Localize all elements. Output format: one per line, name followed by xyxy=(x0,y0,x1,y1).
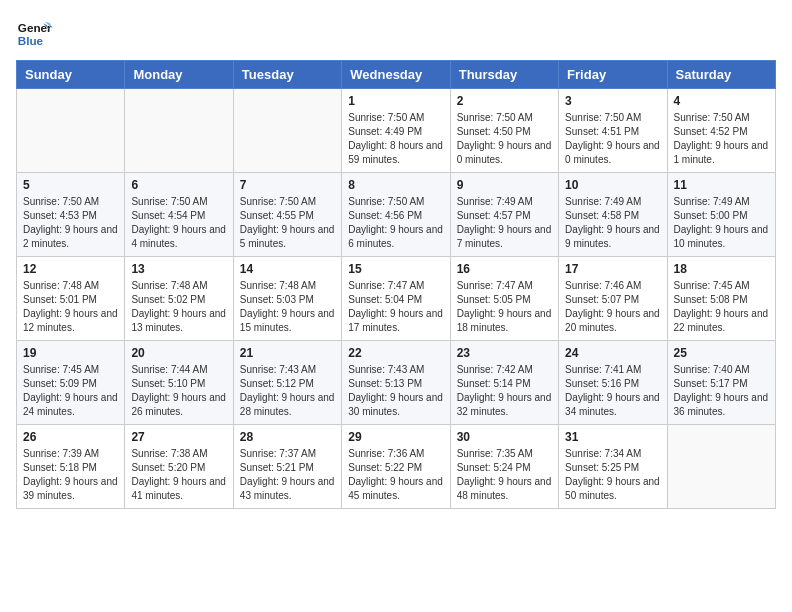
calendar-cell: 6Sunrise: 7:50 AM Sunset: 4:54 PM Daylig… xyxy=(125,173,233,257)
day-info: Sunrise: 7:50 AM Sunset: 4:52 PM Dayligh… xyxy=(674,111,769,167)
calendar-cell: 14Sunrise: 7:48 AM Sunset: 5:03 PM Dayli… xyxy=(233,257,341,341)
day-number: 29 xyxy=(348,430,443,444)
weekday-header: Monday xyxy=(125,61,233,89)
day-number: 13 xyxy=(131,262,226,276)
day-number: 7 xyxy=(240,178,335,192)
calendar-cell: 26Sunrise: 7:39 AM Sunset: 5:18 PM Dayli… xyxy=(17,425,125,509)
calendar-cell: 24Sunrise: 7:41 AM Sunset: 5:16 PM Dayli… xyxy=(559,341,667,425)
day-number: 9 xyxy=(457,178,552,192)
day-number: 18 xyxy=(674,262,769,276)
calendar-cell: 25Sunrise: 7:40 AM Sunset: 5:17 PM Dayli… xyxy=(667,341,775,425)
day-info: Sunrise: 7:40 AM Sunset: 5:17 PM Dayligh… xyxy=(674,363,769,419)
day-info: Sunrise: 7:50 AM Sunset: 4:53 PM Dayligh… xyxy=(23,195,118,251)
day-info: Sunrise: 7:48 AM Sunset: 5:03 PM Dayligh… xyxy=(240,279,335,335)
day-number: 10 xyxy=(565,178,660,192)
logo-icon: General Blue xyxy=(16,16,52,52)
day-info: Sunrise: 7:49 AM Sunset: 4:58 PM Dayligh… xyxy=(565,195,660,251)
day-number: 3 xyxy=(565,94,660,108)
weekday-header-row: SundayMondayTuesdayWednesdayThursdayFrid… xyxy=(17,61,776,89)
weekday-header: Sunday xyxy=(17,61,125,89)
day-info: Sunrise: 7:48 AM Sunset: 5:01 PM Dayligh… xyxy=(23,279,118,335)
day-info: Sunrise: 7:41 AM Sunset: 5:16 PM Dayligh… xyxy=(565,363,660,419)
day-number: 11 xyxy=(674,178,769,192)
day-info: Sunrise: 7:46 AM Sunset: 5:07 PM Dayligh… xyxy=(565,279,660,335)
day-number: 1 xyxy=(348,94,443,108)
day-number: 22 xyxy=(348,346,443,360)
calendar-cell: 28Sunrise: 7:37 AM Sunset: 5:21 PM Dayli… xyxy=(233,425,341,509)
calendar-cell: 19Sunrise: 7:45 AM Sunset: 5:09 PM Dayli… xyxy=(17,341,125,425)
day-info: Sunrise: 7:47 AM Sunset: 5:05 PM Dayligh… xyxy=(457,279,552,335)
day-number: 21 xyxy=(240,346,335,360)
day-info: Sunrise: 7:47 AM Sunset: 5:04 PM Dayligh… xyxy=(348,279,443,335)
day-number: 15 xyxy=(348,262,443,276)
calendar-week-row: 5Sunrise: 7:50 AM Sunset: 4:53 PM Daylig… xyxy=(17,173,776,257)
calendar-table: SundayMondayTuesdayWednesdayThursdayFrid… xyxy=(16,60,776,509)
day-info: Sunrise: 7:43 AM Sunset: 5:13 PM Dayligh… xyxy=(348,363,443,419)
calendar-cell: 9Sunrise: 7:49 AM Sunset: 4:57 PM Daylig… xyxy=(450,173,558,257)
day-number: 30 xyxy=(457,430,552,444)
calendar-cell: 27Sunrise: 7:38 AM Sunset: 5:20 PM Dayli… xyxy=(125,425,233,509)
day-number: 16 xyxy=(457,262,552,276)
calendar-cell: 22Sunrise: 7:43 AM Sunset: 5:13 PM Dayli… xyxy=(342,341,450,425)
weekday-header: Thursday xyxy=(450,61,558,89)
day-number: 8 xyxy=(348,178,443,192)
day-number: 5 xyxy=(23,178,118,192)
calendar-week-row: 12Sunrise: 7:48 AM Sunset: 5:01 PM Dayli… xyxy=(17,257,776,341)
calendar-cell xyxy=(125,89,233,173)
svg-text:Blue: Blue xyxy=(18,34,44,47)
calendar-cell: 18Sunrise: 7:45 AM Sunset: 5:08 PM Dayli… xyxy=(667,257,775,341)
day-info: Sunrise: 7:50 AM Sunset: 4:49 PM Dayligh… xyxy=(348,111,443,167)
day-info: Sunrise: 7:42 AM Sunset: 5:14 PM Dayligh… xyxy=(457,363,552,419)
day-number: 25 xyxy=(674,346,769,360)
calendar-cell: 30Sunrise: 7:35 AM Sunset: 5:24 PM Dayli… xyxy=(450,425,558,509)
day-number: 20 xyxy=(131,346,226,360)
calendar-cell: 7Sunrise: 7:50 AM Sunset: 4:55 PM Daylig… xyxy=(233,173,341,257)
calendar-cell xyxy=(233,89,341,173)
day-info: Sunrise: 7:50 AM Sunset: 4:50 PM Dayligh… xyxy=(457,111,552,167)
day-info: Sunrise: 7:43 AM Sunset: 5:12 PM Dayligh… xyxy=(240,363,335,419)
day-info: Sunrise: 7:44 AM Sunset: 5:10 PM Dayligh… xyxy=(131,363,226,419)
calendar-cell: 17Sunrise: 7:46 AM Sunset: 5:07 PM Dayli… xyxy=(559,257,667,341)
calendar-cell xyxy=(667,425,775,509)
day-info: Sunrise: 7:50 AM Sunset: 4:51 PM Dayligh… xyxy=(565,111,660,167)
calendar-cell: 4Sunrise: 7:50 AM Sunset: 4:52 PM Daylig… xyxy=(667,89,775,173)
day-info: Sunrise: 7:39 AM Sunset: 5:18 PM Dayligh… xyxy=(23,447,118,503)
day-number: 28 xyxy=(240,430,335,444)
day-number: 19 xyxy=(23,346,118,360)
day-info: Sunrise: 7:49 AM Sunset: 4:57 PM Dayligh… xyxy=(457,195,552,251)
day-number: 31 xyxy=(565,430,660,444)
day-number: 17 xyxy=(565,262,660,276)
weekday-header: Tuesday xyxy=(233,61,341,89)
day-number: 2 xyxy=(457,94,552,108)
day-info: Sunrise: 7:45 AM Sunset: 5:09 PM Dayligh… xyxy=(23,363,118,419)
calendar-cell: 5Sunrise: 7:50 AM Sunset: 4:53 PM Daylig… xyxy=(17,173,125,257)
day-number: 23 xyxy=(457,346,552,360)
calendar-cell: 13Sunrise: 7:48 AM Sunset: 5:02 PM Dayli… xyxy=(125,257,233,341)
day-info: Sunrise: 7:35 AM Sunset: 5:24 PM Dayligh… xyxy=(457,447,552,503)
day-number: 27 xyxy=(131,430,226,444)
day-number: 12 xyxy=(23,262,118,276)
calendar-cell xyxy=(17,89,125,173)
day-info: Sunrise: 7:36 AM Sunset: 5:22 PM Dayligh… xyxy=(348,447,443,503)
day-number: 4 xyxy=(674,94,769,108)
calendar-cell: 20Sunrise: 7:44 AM Sunset: 5:10 PM Dayli… xyxy=(125,341,233,425)
calendar-cell: 3Sunrise: 7:50 AM Sunset: 4:51 PM Daylig… xyxy=(559,89,667,173)
calendar-cell: 12Sunrise: 7:48 AM Sunset: 5:01 PM Dayli… xyxy=(17,257,125,341)
calendar-cell: 1Sunrise: 7:50 AM Sunset: 4:49 PM Daylig… xyxy=(342,89,450,173)
day-info: Sunrise: 7:48 AM Sunset: 5:02 PM Dayligh… xyxy=(131,279,226,335)
calendar-cell: 23Sunrise: 7:42 AM Sunset: 5:14 PM Dayli… xyxy=(450,341,558,425)
day-info: Sunrise: 7:37 AM Sunset: 5:21 PM Dayligh… xyxy=(240,447,335,503)
weekday-header: Wednesday xyxy=(342,61,450,89)
calendar-week-row: 26Sunrise: 7:39 AM Sunset: 5:18 PM Dayli… xyxy=(17,425,776,509)
calendar-cell: 31Sunrise: 7:34 AM Sunset: 5:25 PM Dayli… xyxy=(559,425,667,509)
day-info: Sunrise: 7:49 AM Sunset: 5:00 PM Dayligh… xyxy=(674,195,769,251)
day-info: Sunrise: 7:34 AM Sunset: 5:25 PM Dayligh… xyxy=(565,447,660,503)
day-info: Sunrise: 7:50 AM Sunset: 4:55 PM Dayligh… xyxy=(240,195,335,251)
weekday-header: Friday xyxy=(559,61,667,89)
day-info: Sunrise: 7:50 AM Sunset: 4:56 PM Dayligh… xyxy=(348,195,443,251)
day-number: 6 xyxy=(131,178,226,192)
calendar-cell: 21Sunrise: 7:43 AM Sunset: 5:12 PM Dayli… xyxy=(233,341,341,425)
day-number: 26 xyxy=(23,430,118,444)
day-info: Sunrise: 7:50 AM Sunset: 4:54 PM Dayligh… xyxy=(131,195,226,251)
calendar-cell: 2Sunrise: 7:50 AM Sunset: 4:50 PM Daylig… xyxy=(450,89,558,173)
